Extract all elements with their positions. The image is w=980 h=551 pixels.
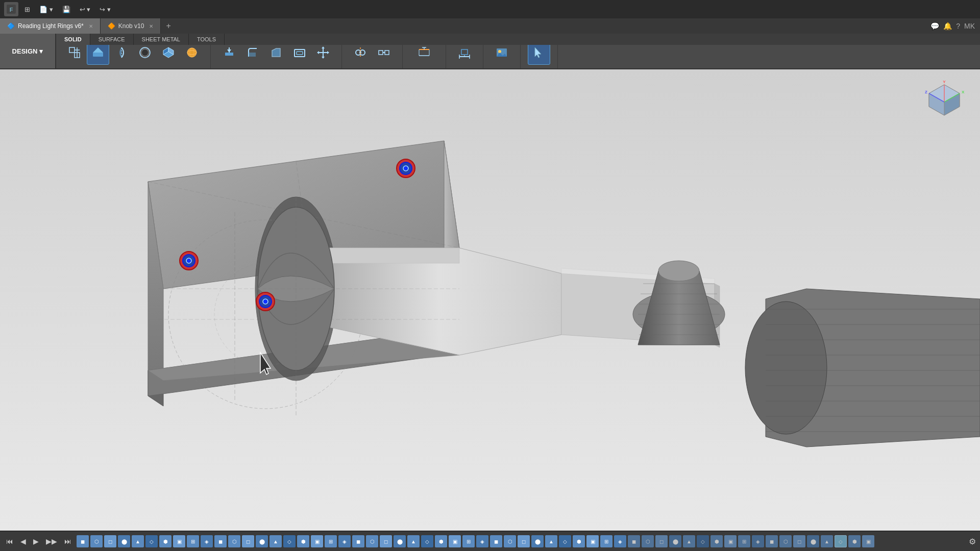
new-component-tool[interactable] bbox=[63, 45, 86, 65]
grid-menu-button[interactable]: ⊞ bbox=[21, 4, 33, 15]
timeline-last-button[interactable]: ⏭ bbox=[62, 536, 74, 546]
fillet-tool[interactable] bbox=[241, 45, 264, 65]
assemble-label[interactable]: ASSEMBLE ▾ bbox=[356, 67, 388, 69]
timeline-step-36[interactable]: ⬢ bbox=[573, 535, 585, 547]
timeline-step-56[interactable]: ⬢ bbox=[848, 535, 861, 547]
timeline-step-47[interactable]: ▣ bbox=[724, 535, 737, 547]
timeline-step-12[interactable]: ◻ bbox=[242, 535, 254, 547]
select-tool[interactable] bbox=[528, 45, 550, 65]
timeline-step-11[interactable]: ⬡ bbox=[228, 535, 240, 547]
tab-surface[interactable]: SURFACE bbox=[90, 34, 134, 45]
chat-icon[interactable]: 💬 bbox=[930, 22, 939, 30]
offset-plane-tool[interactable] bbox=[413, 45, 435, 65]
move-tool[interactable] bbox=[312, 45, 334, 65]
joint-tool[interactable] bbox=[349, 45, 372, 65]
timeline-step-35[interactable]: ◇ bbox=[559, 535, 571, 547]
timeline-step-43[interactable]: ⬤ bbox=[669, 535, 681, 547]
timeline-step-29[interactable]: ◈ bbox=[476, 535, 488, 547]
chamfer-tool[interactable] bbox=[265, 45, 287, 65]
timeline-step-41[interactable]: ⬡ bbox=[642, 535, 654, 547]
timeline-step-46[interactable]: ⬢ bbox=[710, 535, 723, 547]
timeline-step-25[interactable]: ◇ bbox=[421, 535, 433, 547]
main-viewport[interactable]: Y X Z bbox=[0, 69, 980, 531]
timeline-step-13[interactable]: ⬤ bbox=[256, 535, 268, 547]
shell-tool[interactable] bbox=[288, 45, 311, 65]
timeline-settings-button[interactable]: ⚙ bbox=[969, 537, 976, 546]
timeline-step-54[interactable]: ▲ bbox=[821, 535, 833, 547]
redo-button[interactable]: ↪ ▾ bbox=[96, 4, 114, 15]
tab-knob[interactable]: 🔶 Knob v10 ✕ bbox=[101, 18, 161, 34]
timeline-step-14[interactable]: ▲ bbox=[270, 535, 282, 547]
more-create-tool[interactable] bbox=[181, 45, 203, 65]
timeline-step-37[interactable]: ▣ bbox=[586, 535, 599, 547]
timeline-prev-button[interactable]: ◀ bbox=[18, 536, 28, 546]
timeline-step-7[interactable]: ▣ bbox=[173, 535, 185, 547]
timeline-step-42[interactable]: ◻ bbox=[655, 535, 668, 547]
timeline-play-button[interactable]: ▶ bbox=[31, 536, 41, 546]
timeline-step-32[interactable]: ◻ bbox=[518, 535, 530, 547]
add-tab-button[interactable]: + bbox=[161, 21, 176, 31]
timeline-step-21[interactable]: ⬡ bbox=[366, 535, 378, 547]
timeline-step-10[interactable]: ◼ bbox=[214, 535, 227, 547]
view-cube[interactable]: Y X Z bbox=[924, 80, 965, 120]
insert-image-tool[interactable] bbox=[491, 45, 513, 65]
timeline-step-45[interactable]: ◇ bbox=[697, 535, 709, 547]
timeline-step-44[interactable]: ▲ bbox=[683, 535, 695, 547]
revolve-tool[interactable] bbox=[110, 45, 133, 65]
timeline-step-3[interactable]: ⬤ bbox=[118, 535, 130, 547]
tab-sheet-metal[interactable]: SHEET METAL bbox=[134, 34, 189, 45]
timeline-step-38[interactable]: ⊞ bbox=[600, 535, 612, 547]
timeline-step-55[interactable]: ◇ bbox=[835, 535, 847, 547]
timeline-step-16[interactable]: ⬢ bbox=[297, 535, 309, 547]
timeline-step-2[interactable]: ◻ bbox=[104, 535, 116, 547]
construct-label[interactable]: CONSTRUCT ▾ bbox=[406, 67, 443, 69]
timeline-step-27[interactable]: ▣ bbox=[449, 535, 461, 547]
timeline-step-57[interactable]: ▣ bbox=[862, 535, 874, 547]
create-label[interactable]: CREATE ▾ bbox=[120, 67, 146, 69]
timeline-step-48[interactable]: ⊞ bbox=[738, 535, 750, 547]
timeline-step-8[interactable]: ⊞ bbox=[187, 535, 199, 547]
hole-tool[interactable] bbox=[134, 45, 156, 65]
tab-solid[interactable]: SOLID bbox=[56, 34, 90, 45]
timeline-step-0[interactable]: ◼ bbox=[77, 535, 89, 547]
timeline-step-22[interactable]: ◻ bbox=[380, 535, 392, 547]
timeline-step-39[interactable]: ◈ bbox=[614, 535, 626, 547]
rigid-group-tool[interactable] bbox=[373, 45, 395, 65]
timeline-step-26[interactable]: ⬢ bbox=[435, 535, 447, 547]
undo-button[interactable]: ↩ ▾ bbox=[77, 4, 94, 15]
timeline-step-9[interactable]: ◈ bbox=[201, 535, 213, 547]
timeline-step-4[interactable]: ▲ bbox=[132, 535, 144, 547]
timeline-step-20[interactable]: ◼ bbox=[352, 535, 364, 547]
timeline-step-1[interactable]: ⬡ bbox=[90, 535, 103, 547]
timeline-step-31[interactable]: ⬡ bbox=[504, 535, 516, 547]
timeline-step-49[interactable]: ◈ bbox=[752, 535, 764, 547]
timeline-step-15[interactable]: ◇ bbox=[283, 535, 296, 547]
timeline-step-5[interactable]: ◇ bbox=[145, 535, 158, 547]
measure-tool[interactable] bbox=[453, 45, 476, 65]
timeline-step-23[interactable]: ⬤ bbox=[394, 535, 406, 547]
tab-reading-light-rings[interactable]: 🔷 Reading Light Rings v6* ✕ bbox=[0, 18, 101, 34]
tab-close-reading-light[interactable]: ✕ bbox=[89, 23, 93, 29]
help-icon[interactable]: ? bbox=[956, 22, 960, 30]
tab-tools[interactable]: TOOLS bbox=[189, 34, 225, 45]
file-menu-button[interactable]: 📄 ▾ bbox=[36, 4, 56, 15]
user-icon[interactable]: MK bbox=[964, 22, 975, 30]
timeline-step-19[interactable]: ◈ bbox=[338, 535, 351, 547]
extrude-tool[interactable] bbox=[87, 45, 109, 65]
inspect-label[interactable]: INSPECT ▾ bbox=[450, 67, 478, 69]
timeline-step-53[interactable]: ⬤ bbox=[807, 535, 819, 547]
timeline-step-30[interactable]: ◼ bbox=[490, 535, 502, 547]
timeline-step-40[interactable]: ◼ bbox=[628, 535, 640, 547]
select-label[interactable]: SELECT ▾ bbox=[526, 67, 551, 69]
notification-icon[interactable]: 🔔 bbox=[943, 22, 952, 30]
timeline-first-button[interactable]: ⏮ bbox=[4, 536, 15, 546]
timeline-step-28[interactable]: ⊞ bbox=[462, 535, 475, 547]
timeline-next-button[interactable]: ▶▶ bbox=[44, 536, 59, 546]
box-tool[interactable] bbox=[157, 45, 180, 65]
timeline-step-52[interactable]: ◻ bbox=[793, 535, 805, 547]
timeline-step-17[interactable]: ▣ bbox=[311, 535, 323, 547]
design-dropdown[interactable]: DESIGN ▾ bbox=[0, 34, 56, 68]
timeline-step-18[interactable]: ⊞ bbox=[325, 535, 337, 547]
timeline-step-51[interactable]: ⬡ bbox=[779, 535, 792, 547]
tab-close-knob[interactable]: ✕ bbox=[149, 23, 153, 29]
